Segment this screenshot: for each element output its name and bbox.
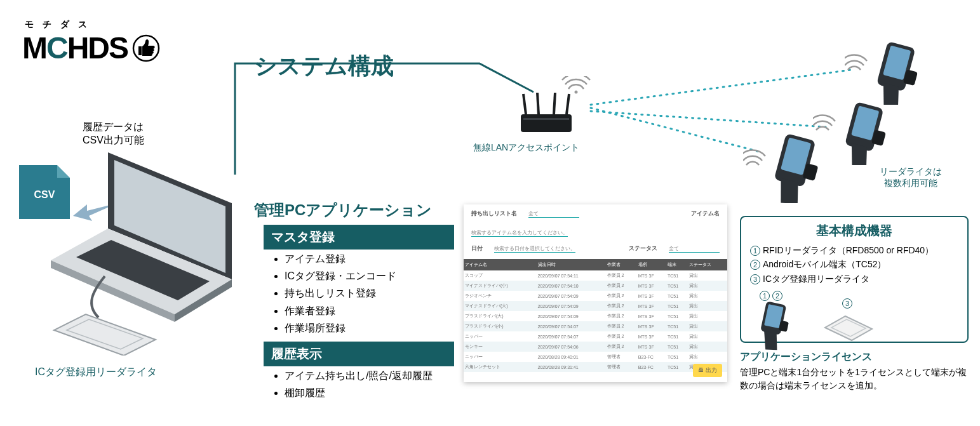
circle-num-icon: 1 <box>760 291 770 301</box>
circle-num-icon: 1 <box>750 246 760 256</box>
license-title: アプリケーションライセンス <box>740 350 872 364</box>
filter-label: ステータス <box>629 244 657 253</box>
logo: モチダス MCHDS <box>22 19 162 65</box>
export-button[interactable]: 🖶 出力 <box>693 364 722 377</box>
license-body: 管理PCと端末1台分セットを1ライセンスとして端末が複数の場合は端末ライセンスを… <box>740 366 969 392</box>
filter-label: アイテム名 <box>691 210 720 218</box>
shot-filter-row1: 持ち出しリスト名 全て アイテム名 検索するアイテム名を入力してください。 <box>464 204 727 239</box>
csv-note-l2: CSV出力可能 <box>83 134 144 147</box>
logo-hds: HDS <box>67 30 128 65</box>
circle-num-icon: 3 <box>750 274 760 284</box>
circle-num-icon: 3 <box>842 298 852 309</box>
equipment-images: 12 3 <box>750 290 958 352</box>
equipment-title: 基本構成機器 <box>750 222 958 239</box>
list-item: 持ち出しリスト登録 <box>285 284 396 302</box>
logo-m: M <box>22 30 46 65</box>
svg-line-6 <box>554 93 555 114</box>
filter-value: 全て <box>528 210 579 218</box>
logo-c: C <box>46 30 67 65</box>
svg-rect-2 <box>521 114 572 132</box>
section-history-bar: 履歴表示 <box>264 342 454 366</box>
list-item: Androidモバイル端末（TC52） <box>763 259 887 269</box>
reader-writer-label: ICタグ登録用リーダライタ <box>35 366 157 379</box>
thumbs-up-icon <box>130 32 162 64</box>
page-title: システム構成 <box>254 51 394 82</box>
list-item: 作業場所登録 <box>285 319 396 336</box>
list-item: 棚卸履歴 <box>285 384 433 401</box>
reader-pad-icon <box>820 309 877 343</box>
logo-main: MCHDS <box>22 30 162 65</box>
handheld-reader-icon <box>750 301 795 352</box>
access-point-label: 無線LANアクセスポイント <box>473 142 579 154</box>
filter-label: 持ち出しリスト名 <box>471 210 517 218</box>
reader-1 <box>845 35 972 105</box>
laptop-icon <box>48 146 251 356</box>
filter-label: 日付 <box>471 244 483 253</box>
shot-table: アイテム名貸出日時作業者場所端末ステータス スコップ2020/09/07 07:… <box>464 259 727 372</box>
app-screenshot: 持ち出しリスト名 全て アイテム名 検索するアイテム名を入力してください。 日付… <box>464 204 727 382</box>
equipment-list: 1RFIDリーダライタ（RFD8500 or RFD40） 2Androidモバ… <box>750 243 958 286</box>
filter-placeholder: 検索する日付を選択してください。 <box>494 245 575 253</box>
rw-note-l2: 複数利用可能 <box>880 178 942 189</box>
csv-note-l1: 履歴データは <box>83 121 144 134</box>
access-point-icon <box>514 76 591 140</box>
shot-filter-row2: 日付 検索する日付を選択してください。 ステータス 全て <box>464 239 727 255</box>
svg-point-1 <box>575 91 578 94</box>
reader-writer-note: リーダライタは 複数利用可能 <box>880 166 942 189</box>
filter-value: 全て <box>669 245 720 253</box>
list-item: ICタグ登録・エンコード <box>285 267 396 284</box>
master-list: アイテム登録 ICタグ登録・エンコード 持ち出しリスト登録 作業者登録 作業場所… <box>273 250 396 336</box>
csv-note: 履歴データは CSV出力可能 <box>83 121 144 147</box>
circle-num-icon: 2 <box>750 260 760 270</box>
list-item: ICタグ登録用リーダライタ <box>763 274 869 284</box>
section-master-bar: マスタ登録 <box>264 225 454 250</box>
history-list: アイテム持ち出し/照合/返却履歴 棚卸履歴 <box>273 367 433 401</box>
export-label: 出力 <box>706 367 717 373</box>
reader-3 <box>743 127 870 203</box>
rw-note-l1: リーダライタは <box>880 166 942 178</box>
svg-line-5 <box>537 93 539 114</box>
app-section-title: 管理PCアプリケーション <box>254 200 432 220</box>
svg-line-4 <box>523 94 526 114</box>
circle-num-icon: 2 <box>772 291 782 301</box>
filter-placeholder: 検索するアイテム名を入力してください。 <box>471 229 568 237</box>
list-item: RFIDリーダライタ（RFD8500 or RFD40） <box>763 245 934 255</box>
equipment-box: 基本構成機器 1RFIDリーダライタ（RFD8500 or RFD40） 2An… <box>740 216 969 343</box>
svg-rect-3 <box>523 118 569 120</box>
list-item: 作業者登録 <box>285 302 396 319</box>
list-item: アイテム持ち出し/照合/返却履歴 <box>285 367 433 384</box>
svg-line-7 <box>567 94 569 114</box>
list-item: アイテム登録 <box>285 250 396 267</box>
logo-kana: モチダス <box>25 19 162 30</box>
